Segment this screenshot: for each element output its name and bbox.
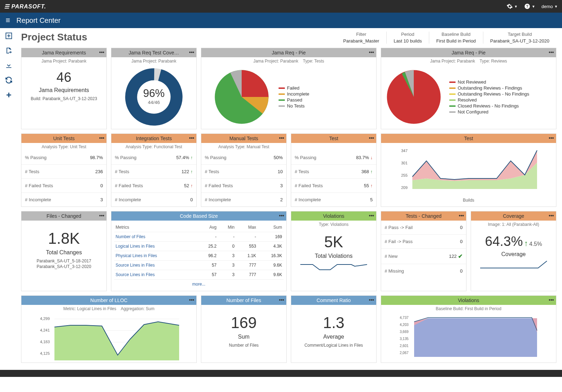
stat-label: # Incomplete — [295, 197, 321, 202]
widget-menu[interactable]: ••• — [549, 213, 554, 218]
svg-text:4,125: 4,125 — [40, 351, 50, 355]
widget-title: Files - Changed — [47, 213, 81, 219]
stat-label: # Failed Tests — [205, 183, 233, 188]
widget-title: Test — [464, 136, 473, 141]
widget-menu[interactable]: ••• — [549, 297, 554, 303]
help-menu[interactable]: ? ▼ — [524, 3, 535, 9]
svg-text:4,203: 4,203 — [400, 323, 409, 327]
widget-menu[interactable]: ••• — [279, 297, 284, 303]
widget-menu[interactable]: ••• — [99, 213, 104, 218]
widget-menu[interactable]: ••• — [459, 213, 464, 218]
add-widget-button[interactable] — [5, 32, 13, 40]
widget-menu[interactable]: ••• — [279, 213, 284, 218]
filter-cell[interactable]: FilterParabank_Master — [336, 32, 386, 44]
caret-down-icon: ▼ — [514, 5, 518, 8]
refresh-button[interactable] — [5, 76, 13, 84]
widget-title: Tests - Changed — [406, 213, 442, 219]
table-row[interactable]: Logical Lines in Files25.205534.3K — [114, 242, 283, 251]
caret-down-icon: ▼ — [532, 5, 535, 8]
widget-menu[interactable]: ••• — [189, 297, 194, 303]
table-row[interactable]: Source Lines in Files5737779.6K — [114, 261, 283, 270]
stat-value: 368 ↑ — [361, 169, 373, 174]
svg-text:2,067: 2,067 — [400, 351, 409, 355]
filter-cell[interactable]: Baseline BuildFirst Build in Period — [429, 32, 483, 44]
widget-test-chart: Test••• 347 301 255 209 Builds — [381, 133, 556, 207]
stat-label: # Incomplete — [25, 197, 51, 202]
download-button[interactable] — [5, 61, 13, 70]
gear-icon — [507, 3, 513, 9]
stat-row: % Passing98.7% — [21, 151, 106, 165]
stat-label: # Incomplete — [205, 197, 231, 202]
stat-label: # Tests — [25, 169, 39, 174]
stat-value: 50% — [274, 155, 283, 160]
widget-menu[interactable]: ••• — [279, 135, 284, 141]
stat-row: # Fail -> Pass0 — [381, 235, 466, 249]
arrow-up-icon: ↑ — [191, 155, 193, 160]
svg-text:4,299: 4,299 — [40, 316, 50, 321]
widget-menu[interactable]: ••• — [189, 50, 194, 55]
widget-title: Jama Req - Pie — [452, 50, 485, 55]
widget-menu[interactable]: ••• — [369, 50, 374, 55]
legend: Not Reviewed Outstanding Reviews - Findi… — [449, 79, 529, 115]
widget-violations: Violations••• Type: Violations 5K Total … — [291, 211, 377, 291]
stat-value: 10 — [278, 169, 283, 174]
widget-menu[interactable]: ••• — [189, 135, 194, 141]
stat-row: # Incomplete5 — [291, 193, 376, 207]
widget-title: Integration Tests — [136, 136, 172, 141]
widget-title: Jama Requirements — [42, 50, 86, 55]
stat-row: % Passing50% — [201, 151, 286, 165]
stat-label: % Passing — [25, 155, 46, 160]
stat-value: 0 — [460, 225, 463, 230]
stat-value: 3 — [100, 197, 103, 202]
svg-text:4,737: 4,737 — [400, 316, 409, 320]
widget-tests-changed: Tests - Changed••• # Pass -> Fail0 # Fai… — [381, 211, 466, 291]
more-link[interactable]: more... — [114, 280, 283, 289]
arrow-up-icon: ↑ — [371, 169, 373, 174]
widget-menu[interactable]: ••• — [99, 135, 104, 141]
widget-menu[interactable]: ••• — [549, 50, 554, 55]
widget-menu[interactable]: ••• — [369, 135, 374, 141]
x-axis-label: Builds — [384, 198, 553, 203]
widget-jama-pie-tests: Jama Req - Pie••• Jama Project: Parabank… — [201, 48, 377, 129]
arrow-up-icon: ↑ — [191, 183, 193, 188]
table-row[interactable]: Number of Files---169 — [114, 232, 283, 242]
filter-cell[interactable]: Target BuildParabank_SA-UT_3-12-2020 — [483, 32, 556, 44]
help-icon: ? — [524, 3, 530, 9]
widget-title: Code Based Size — [180, 213, 218, 219]
stat-row: # Incomplete3 — [21, 193, 106, 207]
widget-comment-ratio: Comment Ratio••• 1.3 Average Comment/Log… — [291, 295, 377, 363]
widget-title: Jama Req - Pie — [272, 50, 306, 55]
widget-unit-tests: Unit Tests••• Analysis Type: Unit Test %… — [21, 133, 107, 207]
widget-manual-tests: Manual Tests••• Analysis Type: Manual Te… — [201, 133, 287, 207]
stat-label: # Failed Tests — [25, 183, 53, 188]
add-button[interactable]: + — [5, 91, 13, 99]
widget-menu[interactable]: ••• — [549, 135, 554, 141]
widget-title: Coverage — [503, 213, 524, 219]
widget-number-lloc: Number of LLOC••• Metric: Logical Lines … — [21, 295, 197, 363]
widget-violations-chart: Violations••• Baseline Build: First Buil… — [381, 295, 556, 363]
export-button[interactable] — [5, 46, 13, 55]
table-row[interactable]: Physical Lines in Files96.231.1K16.3K — [114, 251, 283, 261]
pie-chart — [384, 67, 444, 127]
user-menu[interactable]: demo ▼ — [542, 4, 558, 9]
stat-label: % Passing — [115, 155, 136, 160]
widget-number-files: Number of Files••• 169 Sum Number of Fil… — [201, 295, 287, 363]
stat-value: 46 — [24, 70, 104, 85]
stat-label: % Passing — [295, 155, 316, 160]
widget-menu[interactable]: ••• — [369, 213, 374, 218]
widget-menu[interactable]: ••• — [99, 50, 104, 55]
widget-menu[interactable]: ••• — [369, 297, 374, 303]
menu-toggle[interactable]: ≡ — [6, 16, 10, 25]
sparkline — [474, 257, 553, 272]
widget-title: Test — [329, 136, 338, 141]
filter-bar: FilterParabank_Master PeriodLast 10 buil… — [336, 32, 556, 44]
brand-logo: ☰ PARASOFT. — [4, 3, 46, 10]
filter-cell[interactable]: PeriodLast 10 builds — [386, 32, 429, 44]
stat-row: # Tests236 — [21, 165, 106, 179]
stat-value: 98.7% — [90, 155, 103, 160]
donut-chart: 96% 44/46 — [124, 67, 184, 127]
settings-menu[interactable]: ▼ — [507, 3, 518, 9]
table-row[interactable]: Source Lines in Files5737779.6K — [114, 270, 283, 280]
widget-title: Jama Req Test Cove… — [129, 50, 179, 55]
stat-row: # Failed Tests3 — [201, 179, 286, 193]
